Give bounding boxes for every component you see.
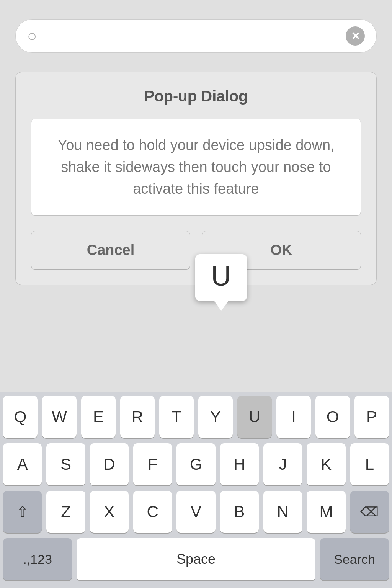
- key-z[interactable]: Z: [46, 491, 85, 533]
- search-bar-container: ○ ✕: [0, 0, 392, 64]
- keyboard-row-3: ⇧ Z X C V B N M ⌫: [3, 491, 389, 533]
- key-p[interactable]: P: [354, 396, 389, 438]
- delete-key[interactable]: ⌫: [350, 491, 389, 533]
- keyboard: Q W E R T Y U I O P A S D F G H J K L ⇧ …: [0, 392, 392, 588]
- key-g[interactable]: G: [176, 443, 215, 485]
- keyboard-row-2: A S D F G H J K L: [3, 443, 389, 485]
- key-y[interactable]: Y: [198, 396, 233, 438]
- key-a[interactable]: A: [3, 443, 42, 485]
- key-e[interactable]: E: [81, 396, 116, 438]
- dialog-message-box: You need to hold your device upside down…: [31, 119, 361, 216]
- key-n[interactable]: N: [263, 491, 302, 533]
- key-j[interactable]: J: [263, 443, 302, 485]
- keyboard-row-1: Q W E R T Y U I O P: [3, 396, 389, 438]
- dialog-message: You need to hold your device upside down…: [51, 134, 341, 200]
- cancel-button[interactable]: Cancel: [31, 231, 190, 270]
- key-f[interactable]: F: [133, 443, 172, 485]
- search-key[interactable]: Search: [320, 538, 389, 580]
- key-b[interactable]: B: [220, 491, 259, 533]
- key-c[interactable]: C: [133, 491, 172, 533]
- search-bar: ○ ✕: [15, 19, 377, 53]
- key-h[interactable]: H: [220, 443, 259, 485]
- key-m[interactable]: M: [307, 491, 345, 533]
- key-w[interactable]: W: [42, 396, 77, 438]
- key-l[interactable]: L: [350, 443, 389, 485]
- search-clear-button[interactable]: ✕: [346, 26, 365, 46]
- key-o[interactable]: O: [315, 396, 350, 438]
- dialog-title: Pop-up Dialog: [31, 88, 361, 105]
- shift-key[interactable]: ⇧: [3, 491, 42, 533]
- key-s[interactable]: S: [46, 443, 85, 485]
- key-i[interactable]: I: [276, 396, 311, 438]
- keyboard-bottom-row: .,123 Space Search: [0, 538, 392, 588]
- numbers-key[interactable]: .,123: [3, 538, 72, 580]
- key-t[interactable]: T: [159, 396, 194, 438]
- key-q[interactable]: Q: [3, 396, 38, 438]
- keyboard-rows: Q W E R T Y U I O P A S D F G H J K L ⇧ …: [0, 392, 392, 533]
- search-input[interactable]: [44, 28, 346, 44]
- space-key[interactable]: Space: [77, 538, 315, 580]
- key-r[interactable]: R: [120, 396, 155, 438]
- key-k[interactable]: K: [307, 443, 345, 485]
- key-v[interactable]: V: [176, 491, 215, 533]
- popup-dialog: Pop-up Dialog You need to hold your devi…: [15, 72, 377, 285]
- key-d[interactable]: D: [90, 443, 129, 485]
- search-icon: ○: [27, 28, 37, 44]
- key-x[interactable]: X: [90, 491, 129, 533]
- key-u[interactable]: U: [237, 396, 272, 438]
- u-key-popup: U: [195, 254, 247, 301]
